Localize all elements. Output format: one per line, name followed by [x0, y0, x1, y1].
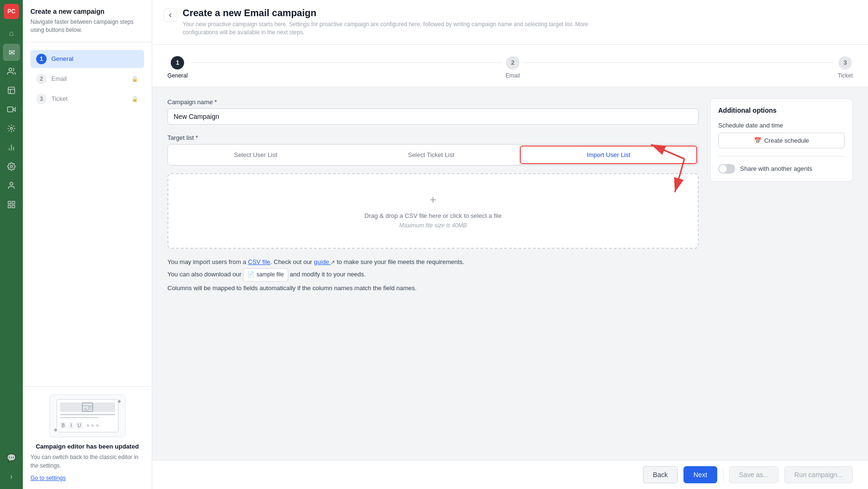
run-campaign-button[interactable]: Run campaign...	[784, 466, 853, 483]
target-list-tabs: Select User List Select Ticket List Impo…	[167, 144, 699, 166]
progress-container: 1 General 2 Email 3 Ticket	[167, 56, 853, 79]
drop-zone-plus-icon: +	[178, 193, 688, 206]
svg-point-15	[88, 407, 91, 410]
nav-users-icon[interactable]	[3, 177, 20, 194]
save-as-button[interactable]: Save as...	[729, 466, 779, 483]
import-info-line1: You may import users from a CSV file. Ch…	[167, 256, 699, 267]
calendar-icon: 📅	[754, 137, 761, 144]
tab-select-ticket-list[interactable]: Select Ticket List	[343, 145, 519, 165]
campaign-name-label: Campaign name *	[167, 98, 699, 106]
additional-options-panel: Additional options Schedule date and tim…	[710, 98, 853, 182]
svg-point-4	[10, 127, 13, 130]
bold-btn: B	[60, 422, 67, 429]
notification-text: You can switch back to the classic edito…	[30, 453, 144, 470]
progress-circle-2: 2	[506, 56, 519, 69]
progress-circle-3: 3	[839, 56, 852, 69]
csv-link[interactable]: CSV file	[248, 258, 270, 265]
progress-steps: 1 General 2 Email 3 Ticket	[152, 45, 868, 87]
sidebar: Create a new campaign Navigate faster be…	[23, 0, 152, 489]
editor-toolbar: B I U ≡ ≡ ≡	[60, 422, 115, 429]
step-num-3: 3	[36, 94, 47, 104]
sidebar-step-ticket[interactable]: 3 Ticket 🔒	[30, 90, 144, 108]
nav-home-icon[interactable]: ⌂	[3, 25, 20, 42]
nav-analytics-icon[interactable]	[3, 139, 20, 156]
share-agents-label: Share with another agents	[740, 165, 812, 172]
import-info: You may import users from a CSV file. Ch…	[167, 256, 699, 293]
schedule-label: Schedule date and time	[718, 122, 845, 129]
editor-line-1	[60, 414, 115, 415]
campaign-name-input[interactable]	[167, 108, 699, 125]
progress-step-email: 2 Email	[506, 56, 520, 79]
additional-options-title: Additional options	[718, 107, 845, 114]
progress-label-general: General	[167, 72, 188, 79]
editor-line-2	[60, 417, 98, 419]
nav-grid-icon[interactable]	[3, 196, 20, 213]
underline-btn: U	[76, 422, 83, 429]
nav-chat-icon[interactable]: 💬	[3, 449, 20, 466]
step-lock-2: 🔒	[131, 76, 138, 82]
svg-marker-2	[13, 108, 15, 111]
progress-step-ticket: 3 Ticket	[838, 56, 853, 79]
editor-image	[60, 402, 115, 412]
notification-illustration: ✦ ✦ B I U ≡ ≡ ≡	[49, 394, 126, 437]
svg-rect-3	[8, 107, 13, 112]
create-schedule-button[interactable]: 📅 Create schedule	[718, 133, 845, 148]
sidebar-steps: 1 General 2 Email 🔒 3 Ticket 🔒	[23, 42, 152, 116]
svg-point-8	[10, 166, 13, 168]
guide-link[interactable]: guide	[314, 258, 331, 265]
nav-email-icon[interactable]: ✉	[3, 44, 20, 61]
step-num-1: 1	[36, 54, 47, 64]
nav-reports-icon[interactable]	[3, 82, 20, 99]
progress-circle-1: 1	[171, 56, 184, 69]
app-logo: PC	[4, 4, 19, 19]
tab-import-user-list[interactable]: Import User List	[520, 146, 697, 164]
svg-point-9	[10, 182, 13, 185]
sparkle-icon-1: ✦	[117, 398, 122, 405]
drop-zone-text: Drag & drop a CSV file here or click to …	[178, 212, 688, 219]
tab-select-user-list[interactable]: Select User List	[168, 145, 343, 165]
sparkle-icon-2: ✦	[53, 426, 59, 434]
form-sidebar: Additional options Schedule date and tim…	[710, 98, 853, 449]
campaign-name-group: Campaign name *	[167, 98, 699, 125]
sidebar-step-general[interactable]: 1 General	[30, 50, 144, 68]
tabs-wrapper: Select User List Select Ticket List Impo…	[167, 144, 699, 166]
nav-addons-icon[interactable]	[3, 120, 20, 137]
go-to-settings-link[interactable]: Go to settings	[30, 475, 66, 481]
sidebar-step-email[interactable]: 2 Email 🔒	[30, 70, 144, 88]
file-icon: 📄	[247, 270, 254, 280]
form-area: Campaign name * Target list * Select Use…	[152, 87, 868, 460]
back-button[interactable]	[164, 9, 177, 22]
sample-file-badge[interactable]: 📄 sample file	[243, 268, 288, 282]
page-footer: Back Next Save as... Run campaign...	[152, 460, 868, 489]
step-label-ticket: Ticket	[51, 95, 68, 102]
nav-contacts-icon[interactable]	[3, 63, 20, 80]
editor-preview: B I U ≡ ≡ ≡	[57, 399, 118, 432]
target-list-group: Target list * Select User List Select Ti…	[167, 134, 699, 293]
step-label-email: Email	[51, 75, 67, 82]
page-title: Create a new Email campaign	[183, 8, 611, 19]
sidebar-title: Create a new campaign	[30, 8, 144, 15]
nav-expand-icon[interactable]: ›	[3, 468, 20, 485]
svg-rect-11	[12, 201, 15, 204]
footer-divider	[723, 468, 723, 481]
share-agents-toggle[interactable]	[718, 164, 735, 174]
nav-settings-icon[interactable]	[3, 158, 20, 175]
drop-zone-size: Maximum file size is 40MB	[178, 222, 688, 229]
progress-label-ticket: Ticket	[838, 72, 853, 79]
file-drop-zone[interactable]: + Drag & drop a CSV file here or click t…	[167, 173, 699, 249]
main-content: Create a new Email campaign Your new pro…	[152, 0, 868, 489]
svg-point-0	[9, 68, 12, 71]
notification-title: Campaign editor has been updated	[30, 443, 144, 450]
svg-rect-13	[8, 205, 10, 208]
svg-rect-1	[8, 87, 15, 94]
next-button[interactable]: Next	[683, 466, 717, 483]
drop-zone-wrapper: + Drag & drop a CSV file here or click t…	[167, 173, 699, 249]
progress-step-general: 1 General	[167, 56, 188, 79]
nav-campaigns-icon[interactable]	[3, 101, 20, 118]
back-footer-button[interactable]: Back	[643, 466, 678, 483]
import-info-line2: You can also download our 📄 sample file …	[167, 268, 699, 282]
import-info-line3: Columns will be mapped to fields automat…	[167, 283, 699, 293]
svg-rect-10	[8, 201, 10, 204]
page-description: Your new proactive campaign starts here.…	[183, 20, 611, 37]
share-agents-row: Share with another agents	[718, 156, 845, 174]
